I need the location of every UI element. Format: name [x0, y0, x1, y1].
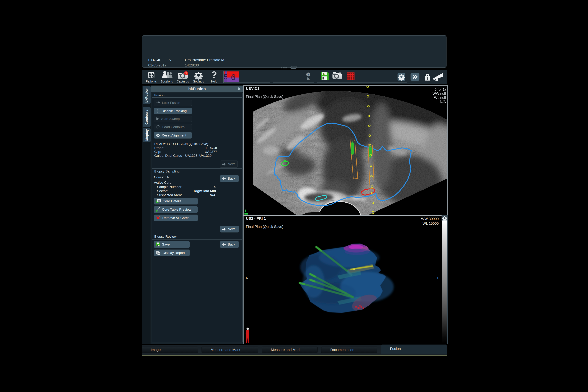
svg-text:1: 1	[186, 72, 187, 75]
svg-text:6: 6	[231, 72, 236, 82]
svg-text:✖: ✖	[307, 76, 310, 81]
svg-text:5: 5	[224, 73, 228, 81]
svg-text:i: i	[308, 73, 309, 76]
svg-text:D: D	[323, 72, 325, 76]
svg-text:?: ?	[211, 70, 217, 80]
